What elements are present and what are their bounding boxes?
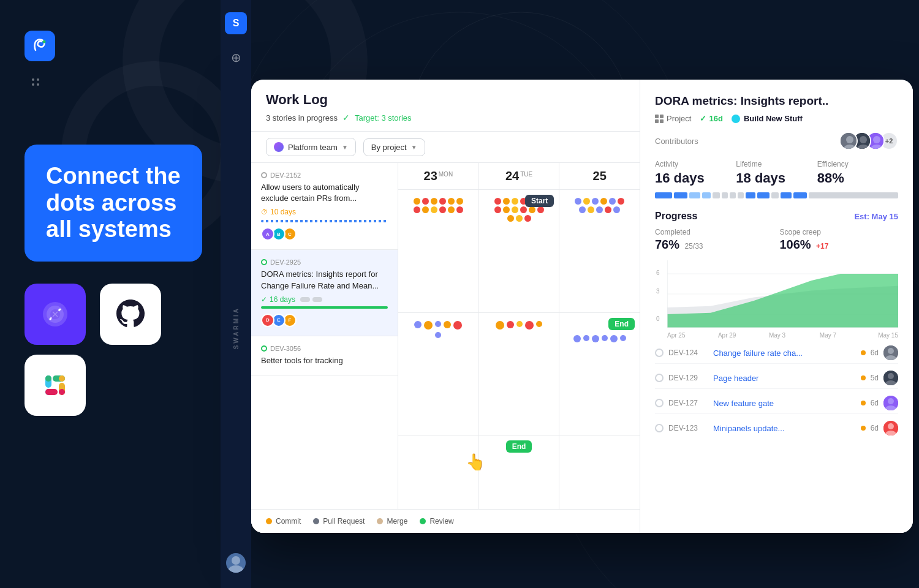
story-id-3: DEV-3056	[270, 345, 301, 352]
dot	[575, 198, 581, 205]
chevron-down-icon2: ▼	[411, 144, 417, 151]
integration-slack	[25, 355, 86, 416]
project-filter-btn[interactable]: By project ▼	[363, 138, 425, 156]
timeline-row-1: Start	[398, 190, 640, 313]
chart-x-apr25: Apr 25	[667, 332, 685, 339]
dot	[536, 321, 542, 327]
story-title-1: Allow users to automatically exclude cer…	[261, 182, 388, 204]
timeline-row-2: End	[398, 313, 640, 436]
days-meta: ✓ 16d	[700, 114, 722, 123]
svg-point-30	[873, 136, 880, 143]
seg-2	[674, 192, 687, 198]
sidebar-label: SWARMIA	[233, 307, 240, 349]
issue-list: DEV-124 Change failure rate cha... 6d DE…	[655, 342, 898, 439]
chart-x-may3: May 3	[769, 332, 785, 339]
seg-1	[655, 192, 672, 198]
issue-id-123: DEV-123	[668, 424, 708, 432]
scope-val: 106% +17	[780, 238, 899, 252]
metric-efficiency: Efficiency 88%	[817, 160, 898, 186]
cell-3-1	[398, 435, 479, 509]
svg-point-11	[37, 83, 39, 86]
metric-efficiency-label: Efficiency	[817, 160, 898, 168]
scope-metric: Scope creep 106% +17	[780, 228, 899, 252]
day-label-24: TUE	[520, 171, 532, 178]
dot	[592, 198, 599, 205]
dot	[494, 198, 501, 205]
issue-124[interactable]: DEV-124 Change failure rate cha... 6d	[655, 342, 898, 364]
issue-day-dot-127	[861, 401, 866, 405]
dot	[525, 321, 534, 330]
pr-label: Pull Request	[323, 517, 365, 526]
issue-title-123: Minipanels update...	[713, 424, 856, 433]
team-filter-label: Platform team	[288, 143, 338, 152]
end-badge-top: End	[608, 318, 635, 330]
issue-avatar-129	[883, 371, 898, 385]
commit-dot	[266, 518, 272, 524]
hero-title: Connect the dots across all systems	[46, 163, 181, 243]
dot	[453, 321, 462, 330]
progress-title: Progress	[655, 211, 697, 222]
team-filter-btn[interactable]: Platform team ▼	[266, 138, 356, 156]
commit-label: Commit	[276, 517, 301, 526]
day-headers: 23MON 24TUE 25	[398, 163, 640, 190]
dot	[512, 198, 518, 205]
dot	[537, 206, 544, 213]
nav-icon-s[interactable]: S	[225, 12, 247, 34]
story-id-row-3: DEV-3056	[261, 345, 388, 352]
chart-y-3: 3	[656, 288, 660, 295]
dot	[579, 206, 586, 213]
issue-day-dot-124	[861, 350, 866, 355]
seg-4	[702, 192, 711, 198]
svg-point-7	[43, 40, 46, 43]
dot	[448, 206, 455, 213]
completed-pct: 76%	[655, 238, 679, 251]
dot	[456, 206, 463, 213]
story-item-2[interactable]: DEV-2925 DORA metrics: Insights report f…	[251, 250, 398, 336]
dora-panel: DORA metrics: Insights report.. Project …	[640, 80, 913, 533]
story-item-3[interactable]: DEV-3056 Better tools for tracking	[251, 336, 398, 375]
dot	[507, 321, 514, 328]
issue-127[interactable]: DEV-127 New feature gate 6d	[655, 393, 898, 414]
dot	[507, 215, 514, 222]
dot	[422, 206, 429, 213]
user-avatar-bottom[interactable]	[226, 553, 246, 573]
chart-y-0: 0	[656, 315, 660, 322]
dora-meta-row: Project ✓ 16d Build New Stuff	[655, 114, 898, 123]
story-id-row-2: DEV-2925	[261, 258, 388, 266]
issue-129[interactable]: DEV-129 Page header 5d	[655, 368, 898, 389]
cell-2-1	[398, 313, 479, 435]
dot	[600, 198, 607, 205]
dora-title: DORA metrics: Insights report..	[655, 94, 898, 108]
svg-point-47	[888, 423, 894, 429]
logo-nav	[25, 71, 49, 96]
issue-circle-129	[655, 374, 664, 382]
dot	[573, 335, 581, 342]
hero-panel: Connect the dots across all systems	[0, 0, 257, 588]
dot	[596, 206, 603, 213]
metric-efficiency-value: 88%	[817, 170, 898, 186]
logo-swarmia	[25, 31, 55, 61]
main-content-card: Work Log 3 stories in progress ✓ Target:…	[251, 80, 913, 533]
issue-123[interactable]: DEV-123 Minipanels update... 6d	[655, 418, 898, 439]
issue-day-dot-129	[861, 375, 866, 380]
completed-val: 76% 25/33	[655, 238, 774, 252]
dot	[414, 206, 420, 213]
svg-rect-20	[59, 375, 65, 382]
dot	[588, 206, 594, 213]
integration-github	[100, 284, 161, 345]
cell-1-1	[398, 190, 479, 312]
scope-sub: +17	[816, 242, 828, 251]
project-label: Project	[667, 114, 691, 123]
metrics-grid: Activity 16 days Lifetime 18 days Effici…	[655, 160, 898, 186]
story-list: DEV-2152 Allow users to automatically ex…	[251, 163, 398, 509]
story-title-3: Better tools for tracking	[261, 355, 388, 366]
chart-x-may15: May 15	[878, 332, 898, 339]
story-item-1[interactable]: DEV-2152 Allow users to automatically ex…	[251, 163, 398, 250]
day-num-25: 25	[593, 169, 607, 183]
nav-icon-dots[interactable]: ⊕	[225, 47, 247, 69]
timeline-row-3: End	[398, 435, 640, 509]
cell-2-3-end: End	[559, 313, 640, 435]
completed-label: Completed	[655, 228, 774, 236]
issue-avatar-127	[883, 396, 898, 410]
cell-1-3	[559, 190, 640, 312]
